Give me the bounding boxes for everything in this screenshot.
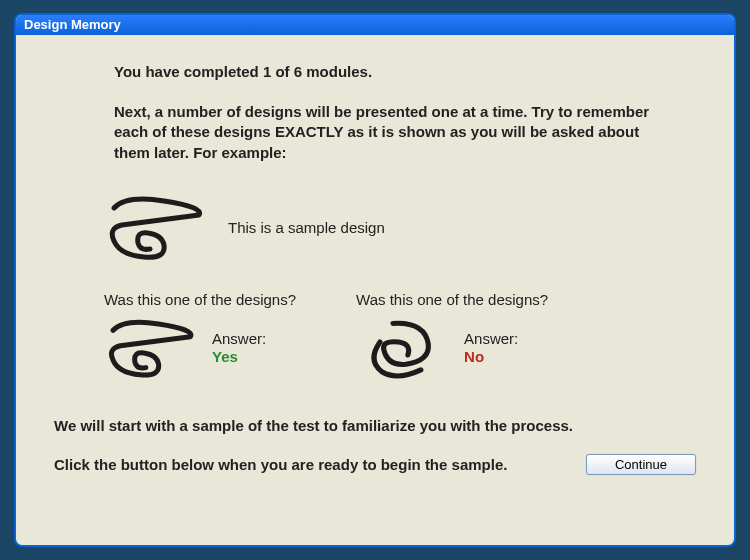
instructions-text: Next, a number of designs will be presen… — [114, 102, 676, 163]
qa-right-answer-label: Answer: — [464, 330, 518, 347]
qa-right-question: Was this one of the designs? — [356, 291, 548, 308]
qa-row: Was this one of the designs? Answer: Yes… — [104, 291, 696, 381]
continue-button[interactable]: Continue — [586, 454, 696, 475]
sample-design-row: This is a sample design — [104, 193, 696, 263]
window-title: Design Memory — [24, 17, 121, 32]
qa-right-body: Answer: No — [356, 316, 548, 381]
qa-left-answer-label: Answer: — [212, 330, 266, 347]
content-area: You have completed 1 of 6 modules. Next,… — [16, 35, 734, 489]
qa-left-body: Answer: Yes — [104, 316, 296, 381]
footer-line2: Click the button below when you are read… — [54, 456, 507, 473]
qa-right-design-icon — [356, 316, 456, 381]
qa-left-question: Was this one of the designs? — [104, 291, 296, 308]
app-window: Design Memory You have completed 1 of 6 … — [14, 13, 736, 547]
footer-line1: We will start with a sample of the test … — [54, 417, 696, 434]
qa-left-design-icon — [104, 316, 204, 381]
qa-left-text: Answer: Yes — [212, 316, 266, 365]
qa-right: Was this one of the designs? Answer: No — [356, 291, 548, 381]
qa-left-answer: Yes — [212, 348, 266, 365]
sample-design-icon — [104, 193, 214, 263]
progress-text: You have completed 1 of 6 modules. — [114, 63, 696, 80]
bottom-row: Click the button below when you are read… — [54, 454, 696, 475]
qa-right-answer: No — [464, 348, 518, 365]
qa-left: Was this one of the designs? Answer: Yes — [104, 291, 296, 381]
sample-design-label: This is a sample design — [228, 219, 385, 236]
qa-right-text: Answer: No — [464, 316, 518, 365]
titlebar: Design Memory — [16, 15, 734, 35]
